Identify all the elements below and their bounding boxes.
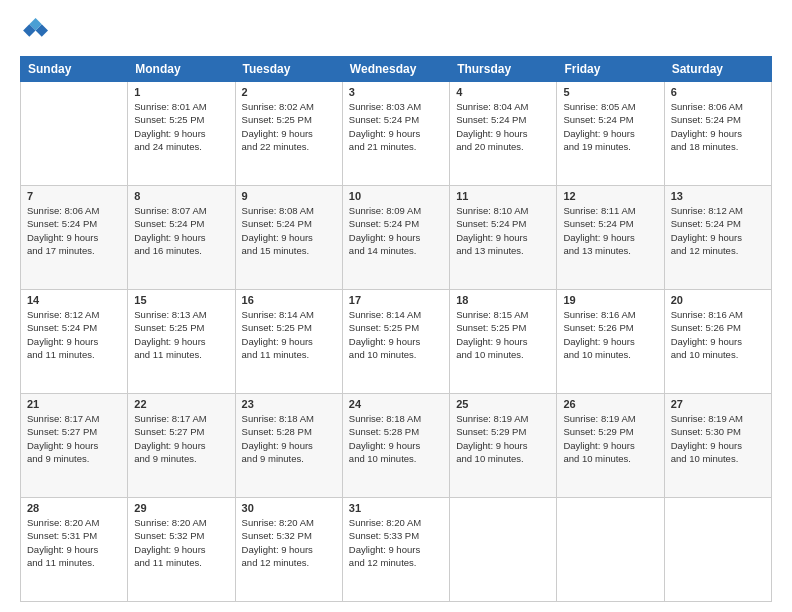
day-number: 12 xyxy=(563,190,657,202)
day-number: 15 xyxy=(134,294,228,306)
calendar-week-5: 28Sunrise: 8:20 AMSunset: 5:31 PMDayligh… xyxy=(21,498,772,602)
calendar-cell: 29Sunrise: 8:20 AMSunset: 5:32 PMDayligh… xyxy=(128,498,235,602)
day-info: Sunrise: 8:08 AMSunset: 5:24 PMDaylight:… xyxy=(242,204,336,257)
day-info: Sunrise: 8:11 AMSunset: 5:24 PMDaylight:… xyxy=(563,204,657,257)
day-info: Sunrise: 8:20 AMSunset: 5:33 PMDaylight:… xyxy=(349,516,443,569)
calendar-cell: 2Sunrise: 8:02 AMSunset: 5:25 PMDaylight… xyxy=(235,82,342,186)
day-number: 11 xyxy=(456,190,550,202)
calendar-cell: 24Sunrise: 8:18 AMSunset: 5:28 PMDayligh… xyxy=(342,394,449,498)
calendar-cell xyxy=(664,498,771,602)
col-header-friday: Friday xyxy=(557,57,664,82)
logo-icon xyxy=(20,18,48,46)
calendar-cell: 17Sunrise: 8:14 AMSunset: 5:25 PMDayligh… xyxy=(342,290,449,394)
day-info: Sunrise: 8:18 AMSunset: 5:28 PMDaylight:… xyxy=(349,412,443,465)
calendar-cell: 26Sunrise: 8:19 AMSunset: 5:29 PMDayligh… xyxy=(557,394,664,498)
day-number: 2 xyxy=(242,86,336,98)
calendar-cell: 25Sunrise: 8:19 AMSunset: 5:29 PMDayligh… xyxy=(450,394,557,498)
day-info: Sunrise: 8:13 AMSunset: 5:25 PMDaylight:… xyxy=(134,308,228,361)
calendar-cell xyxy=(450,498,557,602)
day-number: 5 xyxy=(563,86,657,98)
page: SundayMondayTuesdayWednesdayThursdayFrid… xyxy=(0,0,792,612)
day-info: Sunrise: 8:04 AMSunset: 5:24 PMDaylight:… xyxy=(456,100,550,153)
day-number: 3 xyxy=(349,86,443,98)
day-info: Sunrise: 8:12 AMSunset: 5:24 PMDaylight:… xyxy=(671,204,765,257)
calendar-cell: 1Sunrise: 8:01 AMSunset: 5:25 PMDaylight… xyxy=(128,82,235,186)
calendar-cell: 30Sunrise: 8:20 AMSunset: 5:32 PMDayligh… xyxy=(235,498,342,602)
calendar-cell: 22Sunrise: 8:17 AMSunset: 5:27 PMDayligh… xyxy=(128,394,235,498)
day-number: 29 xyxy=(134,502,228,514)
calendar-cell: 13Sunrise: 8:12 AMSunset: 5:24 PMDayligh… xyxy=(664,186,771,290)
day-info: Sunrise: 8:09 AMSunset: 5:24 PMDaylight:… xyxy=(349,204,443,257)
calendar-cell: 27Sunrise: 8:19 AMSunset: 5:30 PMDayligh… xyxy=(664,394,771,498)
day-info: Sunrise: 8:05 AMSunset: 5:24 PMDaylight:… xyxy=(563,100,657,153)
day-number: 14 xyxy=(27,294,121,306)
day-info: Sunrise: 8:16 AMSunset: 5:26 PMDaylight:… xyxy=(563,308,657,361)
day-info: Sunrise: 8:07 AMSunset: 5:24 PMDaylight:… xyxy=(134,204,228,257)
calendar-cell: 20Sunrise: 8:16 AMSunset: 5:26 PMDayligh… xyxy=(664,290,771,394)
day-number: 25 xyxy=(456,398,550,410)
day-number: 13 xyxy=(671,190,765,202)
day-number: 22 xyxy=(134,398,228,410)
calendar-cell: 3Sunrise: 8:03 AMSunset: 5:24 PMDaylight… xyxy=(342,82,449,186)
calendar-cell: 4Sunrise: 8:04 AMSunset: 5:24 PMDaylight… xyxy=(450,82,557,186)
day-number: 30 xyxy=(242,502,336,514)
calendar-cell: 9Sunrise: 8:08 AMSunset: 5:24 PMDaylight… xyxy=(235,186,342,290)
calendar-week-3: 14Sunrise: 8:12 AMSunset: 5:24 PMDayligh… xyxy=(21,290,772,394)
col-header-wednesday: Wednesday xyxy=(342,57,449,82)
day-info: Sunrise: 8:20 AMSunset: 5:31 PMDaylight:… xyxy=(27,516,121,569)
day-info: Sunrise: 8:17 AMSunset: 5:27 PMDaylight:… xyxy=(134,412,228,465)
day-info: Sunrise: 8:06 AMSunset: 5:24 PMDaylight:… xyxy=(671,100,765,153)
calendar-cell: 31Sunrise: 8:20 AMSunset: 5:33 PMDayligh… xyxy=(342,498,449,602)
col-header-sunday: Sunday xyxy=(21,57,128,82)
calendar-cell: 28Sunrise: 8:20 AMSunset: 5:31 PMDayligh… xyxy=(21,498,128,602)
calendar-table: SundayMondayTuesdayWednesdayThursdayFrid… xyxy=(20,56,772,602)
calendar-cell: 19Sunrise: 8:16 AMSunset: 5:26 PMDayligh… xyxy=(557,290,664,394)
day-info: Sunrise: 8:16 AMSunset: 5:26 PMDaylight:… xyxy=(671,308,765,361)
calendar-week-4: 21Sunrise: 8:17 AMSunset: 5:27 PMDayligh… xyxy=(21,394,772,498)
col-header-tuesday: Tuesday xyxy=(235,57,342,82)
day-number: 10 xyxy=(349,190,443,202)
calendar-cell: 10Sunrise: 8:09 AMSunset: 5:24 PMDayligh… xyxy=(342,186,449,290)
day-number: 21 xyxy=(27,398,121,410)
calendar-cell: 15Sunrise: 8:13 AMSunset: 5:25 PMDayligh… xyxy=(128,290,235,394)
day-info: Sunrise: 8:15 AMSunset: 5:25 PMDaylight:… xyxy=(456,308,550,361)
day-number: 20 xyxy=(671,294,765,306)
col-header-monday: Monday xyxy=(128,57,235,82)
day-number: 7 xyxy=(27,190,121,202)
day-number: 8 xyxy=(134,190,228,202)
day-number: 9 xyxy=(242,190,336,202)
calendar-cell xyxy=(21,82,128,186)
day-info: Sunrise: 8:01 AMSunset: 5:25 PMDaylight:… xyxy=(134,100,228,153)
day-number: 24 xyxy=(349,398,443,410)
day-number: 16 xyxy=(242,294,336,306)
day-info: Sunrise: 8:19 AMSunset: 5:29 PMDaylight:… xyxy=(563,412,657,465)
calendar-week-1: 1Sunrise: 8:01 AMSunset: 5:25 PMDaylight… xyxy=(21,82,772,186)
logo xyxy=(20,18,52,46)
day-number: 23 xyxy=(242,398,336,410)
calendar-cell xyxy=(557,498,664,602)
day-number: 28 xyxy=(27,502,121,514)
calendar-cell: 12Sunrise: 8:11 AMSunset: 5:24 PMDayligh… xyxy=(557,186,664,290)
day-number: 26 xyxy=(563,398,657,410)
calendar-cell: 14Sunrise: 8:12 AMSunset: 5:24 PMDayligh… xyxy=(21,290,128,394)
calendar-cell: 8Sunrise: 8:07 AMSunset: 5:24 PMDaylight… xyxy=(128,186,235,290)
day-info: Sunrise: 8:06 AMSunset: 5:24 PMDaylight:… xyxy=(27,204,121,257)
day-info: Sunrise: 8:02 AMSunset: 5:25 PMDaylight:… xyxy=(242,100,336,153)
calendar-header-row: SundayMondayTuesdayWednesdayThursdayFrid… xyxy=(21,57,772,82)
day-info: Sunrise: 8:12 AMSunset: 5:24 PMDaylight:… xyxy=(27,308,121,361)
header xyxy=(20,18,772,46)
day-number: 31 xyxy=(349,502,443,514)
day-info: Sunrise: 8:17 AMSunset: 5:27 PMDaylight:… xyxy=(27,412,121,465)
calendar-cell: 21Sunrise: 8:17 AMSunset: 5:27 PMDayligh… xyxy=(21,394,128,498)
col-header-saturday: Saturday xyxy=(664,57,771,82)
day-number: 27 xyxy=(671,398,765,410)
day-number: 18 xyxy=(456,294,550,306)
day-info: Sunrise: 8:20 AMSunset: 5:32 PMDaylight:… xyxy=(242,516,336,569)
calendar-cell: 5Sunrise: 8:05 AMSunset: 5:24 PMDaylight… xyxy=(557,82,664,186)
day-number: 17 xyxy=(349,294,443,306)
calendar-cell: 16Sunrise: 8:14 AMSunset: 5:25 PMDayligh… xyxy=(235,290,342,394)
day-info: Sunrise: 8:14 AMSunset: 5:25 PMDaylight:… xyxy=(242,308,336,361)
day-number: 1 xyxy=(134,86,228,98)
day-info: Sunrise: 8:14 AMSunset: 5:25 PMDaylight:… xyxy=(349,308,443,361)
calendar-cell: 18Sunrise: 8:15 AMSunset: 5:25 PMDayligh… xyxy=(450,290,557,394)
